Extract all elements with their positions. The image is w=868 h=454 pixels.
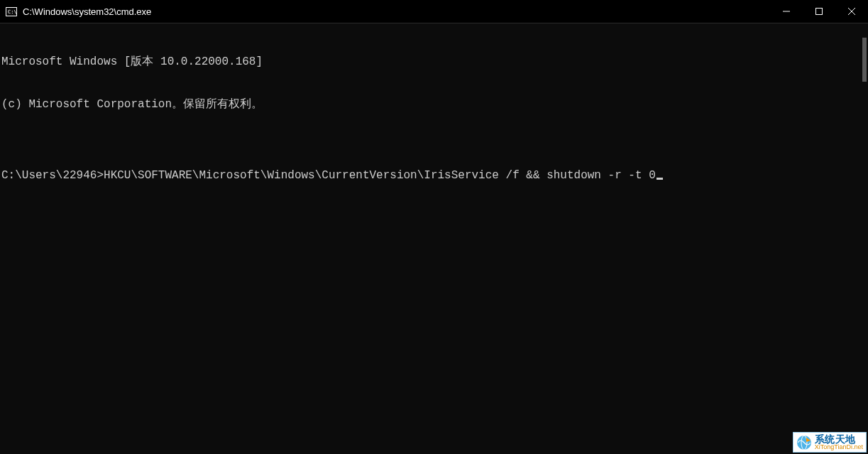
- watermark-url: XiTongTianDi.net: [815, 444, 863, 450]
- window-title: C:\Windows\system32\cmd.exe: [23, 6, 151, 17]
- close-button[interactable]: [835, 0, 868, 23]
- cmd-window: C:\ C:\Windows\system32\cmd.exe Microsof…: [0, 0, 868, 454]
- cmd-icon: C:\: [6, 6, 17, 17]
- globe-icon: [796, 435, 812, 450]
- output-line-1: Microsoft Windows [版本 10.0.22000.168]: [1, 55, 867, 69]
- maximize-button[interactable]: [803, 0, 835, 23]
- text-cursor: [657, 178, 663, 180]
- svg-text:C:\: C:\: [8, 9, 17, 15]
- prompt: C:\Users\22946>: [1, 169, 104, 182]
- titlebar[interactable]: C:\ C:\Windows\system32\cmd.exe: [0, 0, 868, 23]
- command-input[interactable]: HKCU\SOFTWARE\Microsoft\Windows\CurrentV…: [104, 169, 656, 182]
- watermark: 系统天地 XiTongTianDi.net: [793, 432, 867, 453]
- output-line-2: (c) Microsoft Corporation。保留所有权利。: [1, 97, 867, 112]
- window-controls: [770, 0, 868, 23]
- scrollbar-track[interactable]: [857, 23, 868, 454]
- prompt-line: C:\Users\22946>HKCU\SOFTWARE\Microsoft\W…: [1, 168, 867, 183]
- watermark-brand: 系统天地: [815, 434, 863, 444]
- scrollbar-thumb[interactable]: [862, 38, 867, 82]
- minimize-button[interactable]: [770, 0, 803, 23]
- svg-rect-4: [816, 9, 823, 15]
- terminal-output[interactable]: Microsoft Windows [版本 10.0.22000.168] (c…: [0, 23, 868, 454]
